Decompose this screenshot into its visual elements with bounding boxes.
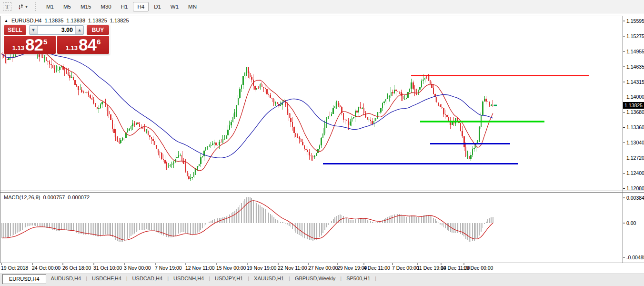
chart-tab-sp500[interactable]: SP500,H1	[342, 274, 375, 283]
time-axis: 19 Oct 201824 Oct 00:0026 Oct 18:0031 Oc…	[1, 263, 493, 271]
sell-price-sup: 5	[43, 38, 47, 46]
macd-tick-label: 0.003847	[626, 195, 644, 201]
macd-indicator-label: MACD(12,26,9) 0.000757 0.000072	[4, 194, 90, 200]
macd-axis: 0.0038470.00-0.004856	[623, 195, 644, 260]
macd-name: MACD(12,26,9)	[4, 194, 40, 200]
time-tick-label: 12 Nov 11:00	[185, 265, 215, 271]
macd-signal-value: 0.000072	[68, 194, 90, 200]
price-tick-label: 1.14955	[626, 49, 644, 54]
sell-price-prefix: 1.13	[12, 44, 24, 51]
time-tick-label: 24 Oct 00:00	[32, 265, 60, 271]
price-tick-label: 1.14315	[626, 79, 644, 85]
macd-tick-label: -0.004856	[626, 255, 644, 260]
sell-price-display[interactable]: 1.13 82 5	[4, 36, 56, 54]
volume-stepper: ▼ ▲	[29, 25, 84, 35]
time-tick-label: 22 Nov 11:00	[278, 265, 307, 271]
chart-tab-bar: EURUSD,H4AUDUSD,H4|USDCHF,H4|USDCAD,H4|U…	[0, 274, 644, 286]
time-tick-label: 31 Oct 10:00	[93, 265, 122, 271]
volume-input[interactable]	[38, 26, 75, 34]
ohlc-close: 1.13825	[110, 18, 129, 23]
time-tick-label: 7 Nov 19:00	[155, 265, 182, 271]
time-tick-label: 29 Nov 19:00	[337, 265, 367, 271]
price-tick-label: 1.15275	[626, 33, 644, 39]
caret-up-icon: ▲	[78, 28, 82, 32]
timeframe-button-h1[interactable]: H1	[117, 2, 132, 11]
tab-separator: |	[375, 274, 376, 281]
time-tick-label: 19 Nov 19:00	[247, 265, 277, 271]
chevron-down-icon: ▾	[25, 4, 28, 9]
timeframe-button-m30[interactable]: M30	[96, 2, 115, 11]
chart-tab-usdchf[interactable]: USDCHF,H4	[87, 274, 126, 283]
time-tick-label: 27 Nov 00:00	[308, 265, 338, 271]
collapse-arrow-icon[interactable]: ▲	[4, 19, 8, 23]
sell-price-big: 82	[25, 37, 43, 53]
buy-button[interactable]: BUY	[87, 25, 109, 35]
timeframe-button-w1[interactable]: W1	[166, 2, 183, 11]
price-tick-label: 1.12080	[626, 185, 644, 191]
symbol-period-label: EURUSD,H4	[11, 18, 42, 23]
chart-tab-usdjpy[interactable]: USDJPY,H1	[210, 274, 248, 283]
ohlc-open: 1.13835	[45, 18, 64, 23]
price-tick-label: 1.14000	[626, 94, 644, 100]
double-arrow-icon	[17, 3, 24, 10]
one-click-trading-panel: SELL ▼ ▲ BUY 1.13 82 5 1.13 84 6	[3, 25, 110, 54]
chart-window: 1.155951.152751.149551.146351.143151.140…	[0, 14, 644, 274]
ma-fast-line	[2, 48, 493, 171]
macd-signal-line	[2, 201, 493, 240]
timeframe-button-mn[interactable]: MN	[184, 2, 201, 11]
time-tick-label: 26 Oct 18:00	[62, 265, 91, 271]
chart-tab-gbpusd[interactable]: GBPUSD,Weekly	[290, 274, 340, 283]
price-tick-label: 1.15595	[626, 18, 644, 24]
time-tick-label: 15 Nov 00:00	[216, 265, 246, 271]
ohlc-high: 1.13838	[66, 18, 85, 23]
price-axis: 1.155951.152751.149551.146351.143151.140…	[623, 18, 644, 192]
top-toolbar: T ▾ M1M5M15M30H1H4D1W1MN	[0, 0, 644, 13]
price-tick-label: 1.12720	[626, 155, 644, 161]
macd-main-value: 0.000757	[43, 194, 65, 200]
chart-title: ▲ EURUSD,H4 1.13835 1.13838 1.13825 1.13…	[4, 18, 129, 23]
price-tick-label: 1.13360	[626, 124, 644, 130]
time-tick-label: 4 Dec 11:00	[363, 265, 390, 271]
price-tick-label: 1.13040	[626, 140, 644, 145]
macd-signal	[2, 201, 493, 240]
volume-increase-button[interactable]: ▲	[75, 26, 83, 34]
time-tick-label: 19 Dec 00:00	[463, 265, 493, 271]
last-price-marker	[494, 105, 497, 106]
toolbar-separator	[206, 2, 206, 11]
timeframe-button-d1[interactable]: D1	[150, 2, 165, 11]
timeframe-button-h4[interactable]: H4	[133, 2, 149, 11]
time-tick-label: 19 Oct 2018	[1, 265, 28, 271]
chart-tab-audusd[interactable]: AUDUSD,H4	[46, 274, 86, 283]
time-tick-label: 7 Dec 00:00	[392, 265, 419, 271]
chart-tab-usdcad[interactable]: USDCAD,H4	[128, 274, 168, 283]
text-label-tool-button[interactable]: T	[2, 1, 12, 12]
buy-price-prefix: 1.13	[66, 44, 78, 51]
toolbar-grip	[35, 2, 37, 11]
moving-average-lines	[2, 48, 493, 171]
arrange-windows-button[interactable]: ▾	[14, 1, 30, 12]
price-tick-label: 1.14635	[626, 64, 644, 70]
buy-price-sup: 6	[97, 38, 101, 46]
candlestick-series	[1, 40, 493, 181]
caret-down-icon: ▼	[31, 28, 36, 32]
chart-tab-eurusd[interactable]: EURUSD,H4	[2, 274, 46, 284]
macd-tick-label: 0.00	[626, 220, 636, 226]
price-tick-label: 1.12400	[626, 170, 644, 176]
buy-price-display[interactable]: 1.13 84 6	[57, 36, 109, 54]
chart-tab-usdcnh[interactable]: USDCNH,H4	[169, 274, 209, 283]
text-tool-icon: T	[3, 2, 11, 11]
mt4-terminal: { "toolbar": { "text_tool_label": "T", "…	[0, 0, 644, 286]
timeframe-button-group: M1M5M15M30H1H4D1W1MN	[41, 2, 201, 11]
current-price-label: 1.13825	[624, 102, 643, 108]
ma-slow-line	[2, 52, 493, 158]
buy-price-big: 84	[79, 37, 96, 53]
volume-decrease-button[interactable]: ▼	[30, 26, 38, 34]
timeframe-button-m15[interactable]: M15	[76, 2, 95, 11]
ohlc-low: 1.13825	[88, 18, 107, 23]
timeframe-button-m5[interactable]: M5	[59, 2, 75, 11]
timeframe-button-m1[interactable]: M1	[42, 2, 58, 11]
price-tick-label: 1.13680	[626, 109, 644, 115]
sell-button[interactable]: SELL	[4, 25, 26, 35]
time-tick-label: 3 Nov 00:00	[124, 265, 151, 271]
chart-tab-xauusd[interactable]: XAUUSD,H1	[249, 274, 289, 283]
